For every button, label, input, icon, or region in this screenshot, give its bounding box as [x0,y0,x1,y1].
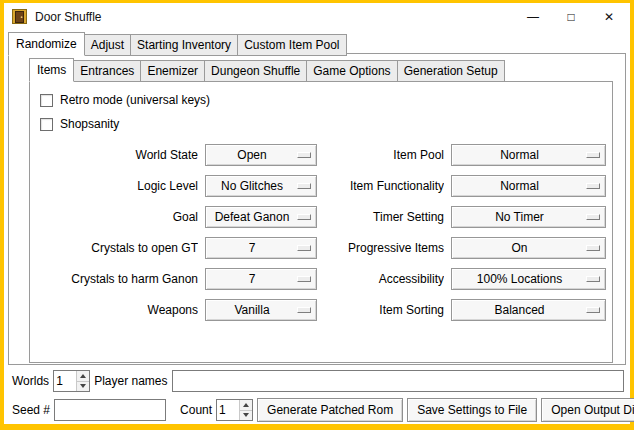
tab-enemizer[interactable]: Enemizer [140,60,205,82]
menu-indicator-icon [297,307,311,313]
multiworld-row: Worlds Player names [8,369,626,393]
world-state-dropdown[interactable]: Open [205,144,317,166]
timer-setting-label: Timer Setting [324,210,444,224]
outer-tab-bar: Randomize Adjust Starting Inventory Cust… [4,30,630,56]
tab-generation-setup[interactable]: Generation Setup [397,60,505,82]
spinner-arrows [76,371,89,391]
window-frame: Door Shuffle — □ ✕ Randomize Adjust Star… [0,0,634,430]
shopsanity-label: Shopsanity [60,117,119,131]
item-functionality-dropdown[interactable]: Normal [451,175,606,197]
menu-indicator-icon [586,152,600,158]
menu-indicator-icon [297,214,311,220]
tab-randomize[interactable]: Randomize [8,32,85,56]
item-pool-dropdown[interactable]: Normal [451,144,606,166]
logic-level-label: Logic Level [38,179,198,193]
spin-down-icon[interactable] [240,410,252,421]
menu-indicator-icon [297,245,311,251]
window-controls: — □ ✕ [514,3,630,30]
item-functionality-label: Item Functionality [324,179,444,193]
spin-up-icon[interactable] [240,400,252,410]
item-pool-label: Item Pool [324,148,444,162]
timer-setting-dropdown[interactable]: No Timer [451,206,606,228]
tab-entrances[interactable]: Entrances [73,60,141,82]
items-pane: Retro mode (universal keys) Shopsanity W… [29,81,613,363]
crystals-harm-ganon-dropdown[interactable]: 7 [205,268,317,290]
checkbox-box-icon [40,94,53,107]
count-input[interactable] [217,400,239,420]
seed-input[interactable] [54,399,166,421]
client-area: Randomize Adjust Starting Inventory Cust… [4,30,630,424]
seed-label: Seed # [8,403,54,417]
tab-custom-item-pool[interactable]: Custom Item Pool [237,34,346,56]
retro-mode-label: Retro mode (universal keys) [60,93,210,107]
menu-indicator-icon [586,183,600,189]
worlds-label: Worlds [8,374,53,388]
world-state-label: World State [38,148,198,162]
generate-patched-rom-button[interactable]: Generate Patched Rom [257,398,403,422]
accessibility-label: Accessibility [324,272,444,286]
open-output-directory-button[interactable]: Open Output Directory [541,398,634,422]
maximize-button-icon[interactable]: □ [552,3,590,30]
tab-adjust[interactable]: Adjust [84,34,131,56]
progressive-items-dropdown[interactable]: On [451,237,606,259]
worlds-input[interactable] [54,371,76,391]
item-sorting-label: Item Sorting [324,303,444,317]
close-button-icon[interactable]: ✕ [590,3,628,30]
menu-indicator-icon [586,307,600,313]
tab-dungeon-shuffle[interactable]: Dungeon Shuffle [204,60,307,82]
inner-tab-bar: Items Entrances Enemizer Dungeon Shuffle… [9,54,625,82]
app-icon [12,9,27,24]
save-settings-button[interactable]: Save Settings to File [407,398,537,422]
tab-game-options[interactable]: Game Options [306,60,397,82]
spin-down-icon[interactable] [77,381,89,392]
minimize-button-icon[interactable]: — [514,3,552,30]
checkbox-box-icon [40,118,53,131]
worlds-spinbox[interactable] [53,370,90,392]
progressive-items-label: Progressive Items [324,241,444,255]
window-title: Door Shuffle [35,10,102,24]
goal-dropdown[interactable]: Defeat Ganon [205,206,317,228]
seed-row: Seed # Count Generate Patched Rom Save S… [8,398,626,422]
crystals-open-gt-label: Crystals to open GT [38,241,198,255]
menu-indicator-icon [586,276,600,282]
logic-level-dropdown[interactable]: No Glitches [205,175,317,197]
item-sorting-dropdown[interactable]: Balanced [451,299,606,321]
tab-starting-inventory[interactable]: Starting Inventory [130,34,238,56]
crystals-open-gt-dropdown[interactable]: 7 [205,237,317,259]
retro-mode-checkbox[interactable]: Retro mode (universal keys) [40,88,606,112]
randomize-pane: Items Entrances Enemizer Dungeon Shuffle… [8,53,626,365]
weapons-dropdown[interactable]: Vanilla [205,299,317,321]
weapons-label: Weapons [38,303,198,317]
spin-up-icon[interactable] [77,371,89,381]
menu-indicator-icon [586,214,600,220]
tab-items[interactable]: Items [29,58,74,82]
options-grid: World State Open Item Pool Normal Logic … [38,144,606,321]
count-label: Count [166,403,216,417]
shopsanity-checkbox[interactable]: Shopsanity [40,112,606,136]
menu-indicator-icon [297,183,311,189]
menu-indicator-icon [297,276,311,282]
menu-indicator-icon [586,245,600,251]
count-spinbox[interactable] [216,399,253,421]
accessibility-dropdown[interactable]: 100% Locations [451,268,606,290]
menu-indicator-icon [297,152,311,158]
crystals-harm-ganon-label: Crystals to harm Ganon [38,272,198,286]
player-names-label: Player names [90,374,171,388]
bottom-bar: Worlds Player names Seed # Count [8,369,626,422]
spinner-arrows [239,400,252,420]
titlebar[interactable]: Door Shuffle — □ ✕ [4,3,630,30]
goal-label: Goal [38,210,198,224]
player-names-input[interactable] [172,370,625,392]
